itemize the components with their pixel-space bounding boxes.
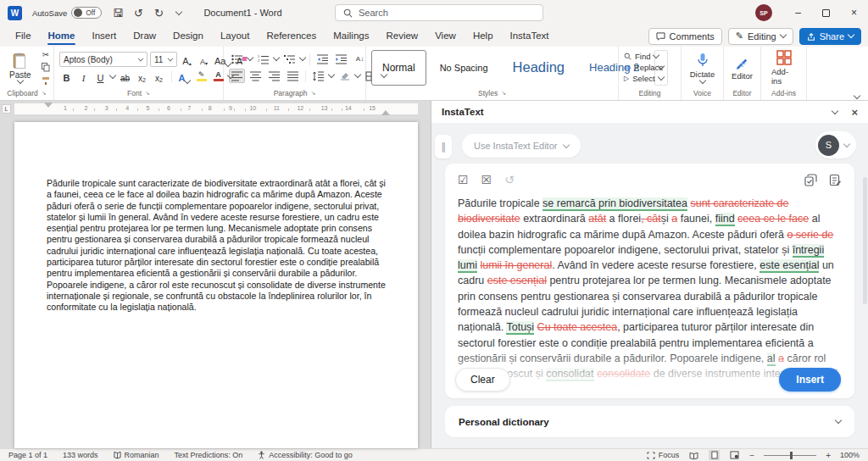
insertion-segment[interactable]: fiind	[715, 213, 735, 226]
dialog-launcher-icon[interactable]: ↘	[145, 90, 150, 97]
page-indicator[interactable]: Page 1 of 1	[8, 451, 47, 459]
autosave-toggle[interactable]: Off	[71, 7, 102, 19]
chevron-down-icon[interactable]	[109, 71, 116, 78]
justify-button[interactable]	[285, 69, 301, 83]
deletion-segment[interactable]: atât	[588, 213, 606, 225]
personal-dictionary-section[interactable]: Personal dictionary	[445, 406, 854, 437]
undo-suggestion-button[interactable]: ↺	[504, 173, 515, 186]
horizontal-ruler[interactable]: L 123456789101112131415	[0, 101, 431, 118]
chevron-down-icon[interactable]	[299, 54, 306, 61]
insert-button[interactable]: Insert	[779, 368, 841, 392]
deletion-segment[interactable]: la	[643, 384, 651, 396]
read-mode-button[interactable]	[688, 450, 699, 460]
find-button[interactable]: Find	[624, 52, 664, 61]
zoom-slider-thumb[interactable]	[790, 452, 793, 459]
word-count[interactable]: 133 words	[63, 451, 98, 459]
align-right-button[interactable]	[266, 69, 282, 83]
bullets-button[interactable]	[229, 52, 245, 66]
print-layout-button[interactable]	[709, 450, 720, 460]
chevron-down-icon[interactable]	[247, 54, 253, 61]
shading-button[interactable]	[337, 69, 353, 83]
indent-marker-right[interactable]	[381, 106, 390, 115]
focus-button[interactable]: Focus	[647, 451, 680, 459]
dictate-button[interactable]: Dictate	[685, 53, 721, 83]
insertion-segment[interactable]: în	[631, 384, 639, 397]
accessibility-status[interactable]: Accessibility: Good to go	[258, 451, 353, 459]
panel-drag-handle[interactable]: ∥	[435, 135, 452, 158]
panel-options-chevron-icon[interactable]	[832, 107, 838, 114]
superscript-button[interactable]: x2	[152, 69, 166, 83]
numbering-button[interactable]: 12	[255, 52, 271, 66]
clear-button[interactable]: Clear	[455, 368, 510, 392]
insertion-segment[interactable]: se remarcă prin biodiversitatea	[542, 197, 687, 211]
chevron-down-icon[interactable]	[273, 54, 280, 61]
deletion-segment[interactable]: o serie de	[787, 229, 833, 241]
tab-selector[interactable]: L	[2, 104, 11, 114]
tab-insert[interactable]: Insert	[83, 27, 125, 45]
panel-close-icon[interactable]: ×	[851, 106, 858, 119]
indent-marker-left[interactable]	[44, 103, 53, 112]
minimize-button[interactable]: –	[784, 0, 812, 25]
tab-layout[interactable]: Layout	[212, 27, 259, 45]
editing-mode-button[interactable]: ✎ Editing	[728, 28, 793, 45]
tab-review[interactable]: Review	[377, 27, 426, 45]
document-page[interactable]: Pădurile tropicale sunt caracterizate de…	[14, 122, 418, 448]
document-note-icon[interactable]	[829, 174, 842, 186]
document-paragraph[interactable]: Pădurile tropicale sunt caracterizate de…	[47, 178, 389, 314]
tab-draw[interactable]: Draw	[125, 27, 164, 45]
deletion-segment[interactable]: a	[778, 353, 784, 364]
reject-all-button[interactable]: ☒	[481, 173, 492, 186]
style-normal[interactable]: Normal	[371, 50, 426, 86]
paste-button[interactable]: Paste	[5, 53, 36, 83]
panel-scrollbar[interactable]	[863, 177, 867, 304]
copy-button[interactable]	[39, 62, 53, 73]
zoom-in-button[interactable]: +	[826, 451, 831, 460]
format-painter-button[interactable]	[39, 75, 53, 86]
save-icon[interactable]: 🖫	[108, 3, 127, 22]
tab-mailings[interactable]: Mailings	[325, 27, 377, 45]
undo-button[interactable]: ↺	[129, 3, 147, 22]
redo-button[interactable]: ↻	[149, 3, 168, 22]
comments-button[interactable]: Comments	[648, 28, 722, 45]
use-instatext-editor-button[interactable]: Use InstaText Editor	[462, 134, 581, 158]
user-avatar[interactable]: SP	[755, 4, 772, 21]
insertion-segment[interactable]: al	[767, 353, 776, 366]
style-no-spacing[interactable]: No Spacing	[429, 50, 499, 86]
deletion-segment[interactable]: Cu toate acestea	[537, 321, 618, 333]
insertion-segment[interactable]: Totuși	[506, 321, 534, 335]
decrease-indent-button[interactable]	[314, 52, 331, 66]
autosave-control[interactable]: AutoSave Off	[32, 7, 102, 19]
tab-design[interactable]: Design	[164, 27, 212, 45]
add-ins-button[interactable]: Add-ins	[766, 50, 801, 86]
select-button[interactable]: ▷Select	[624, 74, 664, 83]
cut-button[interactable]: ✂	[39, 49, 53, 60]
share-button[interactable]: Share	[799, 28, 861, 45]
account-menu[interactable]: S	[815, 131, 856, 158]
maximize-button[interactable]	[812, 0, 840, 25]
dialog-launcher-icon[interactable]: ↘	[501, 90, 506, 97]
dialog-launcher-icon[interactable]: ↘	[42, 90, 47, 97]
web-layout-button[interactable]	[729, 450, 740, 460]
grow-font-button[interactable]: A▴	[180, 53, 194, 66]
increase-indent-button[interactable]	[333, 52, 349, 66]
font-name-select[interactable]: Aptos (Body)	[59, 52, 147, 67]
tab-references[interactable]: References	[258, 27, 325, 45]
align-center-button[interactable]	[248, 69, 264, 83]
accept-all-button[interactable]: ☑	[458, 173, 469, 186]
deletion-segment[interactable]: consolidate	[597, 368, 650, 380]
insertion-segment[interactable]: este esențial	[760, 259, 819, 273]
tab-home[interactable]: Home	[40, 27, 84, 45]
multilevel-list-button[interactable]	[281, 52, 298, 66]
copy-result-icon[interactable]	[804, 174, 817, 186]
tab-view[interactable]: View	[426, 27, 465, 45]
text-effects-button[interactable]: A	[177, 69, 192, 83]
bold-button[interactable]: B	[59, 69, 74, 83]
highlight-button[interactable]: ✎	[194, 69, 209, 83]
italic-button[interactable]: I	[76, 69, 91, 83]
dialog-launcher-icon[interactable]: ↘	[310, 90, 315, 97]
subscript-button[interactable]: x2	[135, 69, 149, 83]
deletion-segment[interactable]: , căt	[641, 213, 661, 225]
language-indicator[interactable]: Romanian	[114, 451, 159, 459]
underline-button[interactable]: U	[93, 69, 108, 83]
shrink-font-button[interactable]: A▾	[197, 53, 211, 66]
